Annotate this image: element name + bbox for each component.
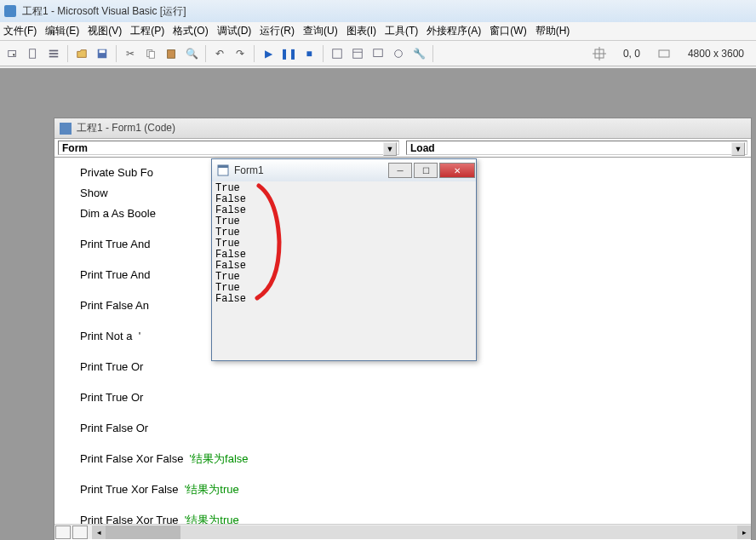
procedure-dropdown[interactable]: Load ▼ [406,141,747,155]
menu-file[interactable]: 文件(F) [3,24,37,38]
separator [432,45,433,62]
menu-run[interactable]: 运行(R) [260,24,295,38]
menu-project[interactable]: 工程(P) [130,24,164,38]
chevron-down-icon[interactable]: ▼ [383,142,397,156]
menu-window[interactable]: 窗口(W) [490,24,526,38]
maximize-button[interactable]: ☐ [414,163,438,178]
menu-help[interactable]: 帮助(H) [536,24,570,38]
form1-titlebar[interactable]: Form1 ─ ☐ ✕ [212,159,476,181]
scroll-right-arrow[interactable]: ▸ [737,526,751,539]
break-button[interactable]: ❚❚ [279,44,298,63]
separator [323,45,324,62]
copy-button[interactable] [141,44,160,63]
separator [254,45,255,62]
menu-edit[interactable]: 编辑(E) [45,24,79,38]
scroll-thumb[interactable] [106,526,180,539]
vb-icon [3,4,17,18]
svg-rect-13 [353,49,363,58]
menu-debug[interactable]: 调试(D) [217,24,252,38]
procedure-view-button[interactable] [55,526,71,539]
start-button[interactable]: ▶ [259,44,278,63]
svg-rect-12 [333,49,342,58]
svg-rect-4 [49,49,59,51]
svg-rect-8 [100,49,106,53]
menu-query[interactable]: 查询(U) [303,24,338,38]
menu-tools[interactable]: 工具(T) [385,24,418,38]
redo-button[interactable]: ↷ [231,44,249,63]
object-dropdown-value: Form [62,142,88,154]
separator [116,45,117,62]
size-icon [657,47,671,60]
menu-editor-button[interactable] [44,44,63,63]
chevron-down-icon[interactable]: ▼ [731,142,745,156]
form1-client-area[interactable]: True False False True True True False Fa… [212,181,476,360]
toolbar: ▾ ✂ 🔍 ↶ ↷ ▶ ❚❚ ■ 🔧 0, 0 4800 x 3600 [0,41,756,66]
properties-button[interactable] [348,44,367,63]
undo-button[interactable]: ↶ [210,44,229,63]
mdi-client-area: 工程1 - Form1 (Code) Form ▼ Load ▼ Private… [0,68,756,540]
add-project-button[interactable]: ▾ [3,44,22,63]
app-title: 工程1 - Microsoft Visual Basic [运行] [22,4,186,19]
procedure-dropdown-value: Load [410,142,435,154]
paste-button[interactable] [162,44,180,63]
end-button[interactable]: ■ [300,44,318,63]
svg-rect-21 [60,123,72,135]
separator [205,45,206,62]
code-window-titlebar[interactable]: 工程1 - Form1 (Code) [54,118,751,139]
svg-text:▾: ▾ [13,51,15,56]
form1-runtime-window[interactable]: Form1 ─ ☐ ✕ True False False True True T… [211,158,477,361]
code-window-footer: ◂ ▸ [54,524,751,539]
full-module-view-button[interactable] [72,526,88,539]
app-titlebar: 工程1 - Microsoft Visual Basic [运行] [0,0,756,22]
toolbox-button[interactable]: 🔧 [410,44,428,63]
horizontal-scrollbar[interactable]: ◂ ▸ [92,526,751,539]
menu-format[interactable]: 格式(O) [173,24,208,38]
svg-rect-20 [659,50,669,57]
scroll-left-arrow[interactable]: ◂ [92,526,106,539]
svg-rect-0 [4,5,16,17]
object-dropdown[interactable]: Form ▼ [58,141,399,155]
form-icon [217,164,229,176]
form-layout-button[interactable] [369,44,387,63]
separator [67,45,68,62]
svg-rect-5 [49,53,59,55]
object-browser-button[interactable] [389,44,408,63]
svg-rect-3 [30,49,36,58]
size-readout: 4800 x 3600 [679,48,753,60]
menu-bar: 文件(F) 编辑(E) 视图(V) 工程(P) 格式(O) 调试(D) 运行(R… [0,22,756,41]
svg-rect-11 [168,49,175,58]
cut-button[interactable]: ✂ [121,44,140,63]
svg-rect-15 [374,49,383,56]
find-button[interactable]: 🔍 [182,44,201,63]
code-window-title: 工程1 - Form1 (Code) [77,121,175,135]
project-explorer-button[interactable] [328,44,346,63]
svg-point-16 [395,49,403,57]
code-icon [60,123,72,135]
menu-view[interactable]: 视图(V) [88,24,122,38]
add-item-button[interactable] [24,44,43,63]
form1-title-text: Form1 [234,164,264,176]
open-button[interactable] [72,44,91,63]
position-readout: 0, 0 [615,48,649,60]
menu-addins[interactable]: 外接程序(A) [427,24,481,38]
svg-rect-6 [49,55,59,57]
minimize-button[interactable]: ─ [388,163,412,178]
svg-rect-10 [149,51,154,58]
save-button[interactable] [93,44,112,63]
menu-diagram[interactable]: 图表(I) [346,24,376,38]
close-button[interactable]: ✕ [439,163,475,178]
svg-rect-23 [218,165,228,168]
position-icon [593,47,606,60]
